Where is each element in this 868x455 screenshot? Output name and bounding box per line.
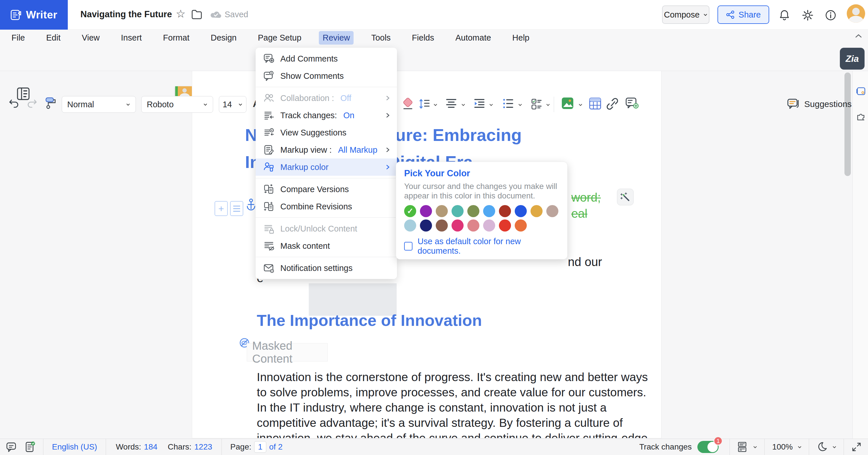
- comments-bubble-icon[interactable]: [6, 441, 17, 453]
- zoom-level[interactable]: 100%: [772, 442, 793, 452]
- block-menu-button[interactable]: [230, 201, 243, 216]
- default-color-option[interactable]: Use as default color for new documents.: [404, 237, 559, 256]
- color-swatch[interactable]: [420, 220, 432, 231]
- color-swatch[interactable]: [452, 205, 464, 217]
- color-swatch[interactable]: [467, 205, 479, 217]
- page-view-chevron-icon[interactable]: [753, 445, 757, 449]
- color-swatch[interactable]: [515, 205, 527, 217]
- color-swatch[interactable]: [452, 220, 464, 231]
- font-family-select[interactable]: Roboto: [141, 96, 213, 113]
- page-view-icon[interactable]: [737, 441, 748, 453]
- menu-item-markup-color[interactable]: Markup color: [256, 159, 397, 176]
- vertical-scrollbar[interactable]: [844, 73, 851, 176]
- align-icon[interactable]: [446, 98, 457, 109]
- share-button[interactable]: Share: [717, 5, 769, 24]
- add-comment-icon[interactable]: [625, 97, 639, 110]
- color-swatch[interactable]: [530, 205, 542, 217]
- fullscreen-expand-icon[interactable]: [851, 442, 862, 452]
- zia-assistant-button[interactable]: Zia: [840, 48, 865, 69]
- insert-image-icon[interactable]: [561, 97, 574, 110]
- menu-file[interactable]: File: [8, 31, 29, 45]
- color-swatch[interactable]: [483, 220, 495, 231]
- font-size-select[interactable]: 14: [219, 96, 246, 113]
- image-chevron-icon[interactable]: [578, 103, 583, 107]
- color-swatch[interactable]: [467, 220, 479, 231]
- color-swatch[interactable]: [436, 220, 448, 231]
- line-spacing-icon[interactable]: [419, 98, 430, 109]
- compose-button[interactable]: Compose: [662, 5, 709, 24]
- info-icon[interactable]: [825, 9, 836, 21]
- notifications-bell-icon[interactable]: [779, 9, 790, 21]
- list-chevron-icon[interactable]: [518, 103, 523, 107]
- collapse-toolbar-chevron-icon[interactable]: [854, 33, 863, 39]
- panel-wallet-icon[interactable]: [856, 87, 866, 95]
- color-swatch[interactable]: [546, 205, 558, 217]
- menu-item-compare-versions[interactable]: Compare Versions: [256, 181, 397, 198]
- menu-item-mask-content[interactable]: Mask content: [256, 237, 397, 255]
- indent-icon[interactable]: [474, 98, 485, 109]
- color-swatch[interactable]: [499, 220, 511, 231]
- current-page-input[interactable]: 1: [254, 441, 266, 453]
- undo-icon[interactable]: [9, 98, 20, 108]
- menu-item-view-suggestions[interactable]: View Suggestions: [256, 124, 397, 141]
- checklist-layout-icon[interactable]: [531, 98, 542, 110]
- color-swatch[interactable]: [420, 205, 432, 217]
- user-avatar[interactable]: [847, 4, 865, 23]
- menu-item-markup-view[interactable]: Markup view : All Markup: [256, 141, 397, 159]
- menu-item-collaboration[interactable]: Collaboration : Off: [256, 89, 397, 107]
- writer-logo[interactable]: Writer: [0, 0, 68, 30]
- settings-gear-icon[interactable]: [802, 9, 813, 21]
- menu-review[interactable]: Review: [319, 31, 353, 45]
- menu-item-notification-settings[interactable]: Notification settings: [256, 259, 397, 277]
- suggestions-button[interactable]: Suggestions: [787, 98, 851, 110]
- menu-view[interactable]: View: [78, 31, 103, 45]
- menu-item-combine-revisions[interactable]: Combine Revisions: [256, 198, 397, 215]
- language-selector[interactable]: English (US): [52, 442, 97, 452]
- spellcheck-doc-icon[interactable]: [25, 441, 36, 453]
- menu-item-show-comments[interactable]: Show Comments: [256, 67, 397, 85]
- insert-table-icon[interactable]: [589, 97, 601, 110]
- menu-tools[interactable]: Tools: [367, 31, 394, 45]
- color-swatch[interactable]: [499, 205, 511, 217]
- menu-item-add-comments[interactable]: Add Comments: [256, 50, 397, 67]
- checklist-chevron-icon[interactable]: [546, 103, 550, 107]
- insert-link-icon[interactable]: [606, 98, 619, 110]
- dark-mode-chevron-icon[interactable]: [832, 445, 837, 449]
- add-block-button[interactable]: +: [215, 201, 228, 216]
- format-painter-icon[interactable]: [44, 97, 56, 110]
- chars-count[interactable]: 1223: [194, 442, 212, 452]
- document-title[interactable]: Navigating the Future: [81, 9, 172, 20]
- track-changes-toggle[interactable]: 1: [698, 441, 719, 453]
- menu-fields[interactable]: Fields: [408, 31, 438, 45]
- eraser-icon[interactable]: [402, 97, 414, 111]
- menu-help[interactable]: Help: [509, 31, 533, 45]
- color-swatch[interactable]: ✓: [404, 205, 416, 217]
- color-swatch[interactable]: [436, 205, 448, 217]
- redo-icon[interactable]: [26, 98, 37, 108]
- paragraph-style-select[interactable]: Normal: [62, 96, 136, 113]
- zia-magic-wand-button[interactable]: [617, 189, 633, 205]
- extensions-puzzle-icon[interactable]: [856, 111, 866, 121]
- menu-design[interactable]: Design: [207, 31, 240, 45]
- color-swatch[interactable]: [483, 205, 495, 217]
- zoom-chevron-icon[interactable]: [797, 445, 802, 449]
- indent-chevron-icon[interactable]: [489, 103, 493, 107]
- folder-icon[interactable]: [191, 9, 202, 19]
- dark-mode-moon-icon[interactable]: [816, 442, 828, 452]
- align-chevron-icon[interactable]: [461, 103, 466, 107]
- line-spacing-chevron-icon[interactable]: [433, 103, 438, 107]
- menu-item-lock-unlock-content[interactable]: Lock/Unlock Content: [256, 220, 397, 237]
- color-swatch[interactable]: [515, 220, 527, 231]
- words-count[interactable]: 184: [144, 442, 157, 452]
- menu-item-track-changes[interactable]: Track changes: On: [256, 107, 397, 124]
- favorite-star-icon[interactable]: ☆: [176, 7, 186, 20]
- menu-automate[interactable]: Automate: [452, 31, 495, 45]
- masked-content-label[interactable]: Masked Content: [247, 343, 328, 362]
- menu-insert[interactable]: Insert: [117, 31, 146, 45]
- color-swatch[interactable]: [404, 220, 416, 231]
- menu-page-setup[interactable]: Page Setup: [254, 31, 305, 45]
- menu-edit[interactable]: Edit: [42, 31, 64, 45]
- default-color-checkbox[interactable]: [404, 242, 412, 251]
- bullet-list-icon[interactable]: [503, 98, 514, 109]
- menu-format[interactable]: Format: [159, 31, 193, 45]
